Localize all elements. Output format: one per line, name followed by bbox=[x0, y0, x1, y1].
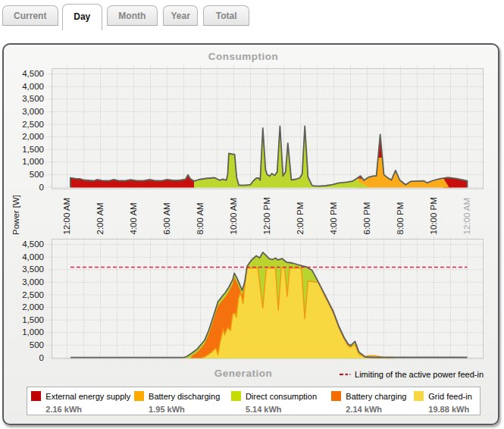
svg-text:0: 0 bbox=[39, 183, 44, 192]
svg-text:Limiting of the active power f: Limiting of the active power feed-in bbox=[355, 370, 484, 379]
svg-text:8:00 AM: 8:00 AM bbox=[196, 202, 205, 234]
svg-text:4,500: 4,500 bbox=[22, 240, 44, 249]
svg-text:4,000: 4,000 bbox=[22, 252, 44, 261]
svg-text:Generation: Generation bbox=[214, 368, 272, 379]
svg-text:2:00 AM: 2:00 AM bbox=[95, 202, 105, 234]
svg-text:500: 500 bbox=[30, 170, 44, 179]
svg-text:2:00 PM: 2:00 PM bbox=[296, 202, 305, 235]
svg-text:10:00 PM: 10:00 PM bbox=[429, 197, 438, 234]
svg-text:3,500: 3,500 bbox=[22, 94, 44, 103]
svg-text:1,000: 1,000 bbox=[22, 157, 44, 166]
svg-text:500: 500 bbox=[30, 340, 44, 349]
svg-text:3,500: 3,500 bbox=[22, 265, 44, 274]
svg-text:2,500: 2,500 bbox=[22, 290, 44, 299]
svg-text:0: 0 bbox=[39, 353, 44, 362]
svg-text:6:00 PM: 6:00 PM bbox=[362, 202, 371, 235]
svg-text:4,500: 4,500 bbox=[22, 69, 44, 78]
svg-text:3,000: 3,000 bbox=[22, 107, 44, 116]
svg-text:3,000: 3,000 bbox=[22, 277, 44, 287]
svg-text:2,000: 2,000 bbox=[22, 302, 44, 312]
svg-text:12:00 AM: 12:00 AM bbox=[462, 198, 471, 235]
svg-text:Power [W]: Power [W] bbox=[11, 195, 20, 235]
svg-text:2,500: 2,500 bbox=[22, 120, 44, 129]
svg-text:2,000: 2,000 bbox=[22, 132, 44, 141]
svg-text:Consumption: Consumption bbox=[208, 51, 279, 62]
svg-text:12:00 PM: 12:00 PM bbox=[262, 197, 271, 234]
svg-text:4:00 AM: 4:00 AM bbox=[129, 202, 138, 234]
svg-text:6:00 AM: 6:00 AM bbox=[162, 202, 171, 234]
svg-text:1,000: 1,000 bbox=[22, 327, 44, 337]
svg-text:10:00 AM: 10:00 AM bbox=[229, 198, 238, 235]
svg-text:1,500: 1,500 bbox=[22, 315, 44, 324]
svg-text:4,000: 4,000 bbox=[22, 82, 44, 91]
svg-text:4:00 PM: 4:00 PM bbox=[329, 202, 338, 235]
svg-text:12:00 AM: 12:00 AM bbox=[62, 198, 71, 235]
svg-text:8:00 PM: 8:00 PM bbox=[396, 202, 405, 235]
svg-text:1,500: 1,500 bbox=[22, 145, 44, 154]
